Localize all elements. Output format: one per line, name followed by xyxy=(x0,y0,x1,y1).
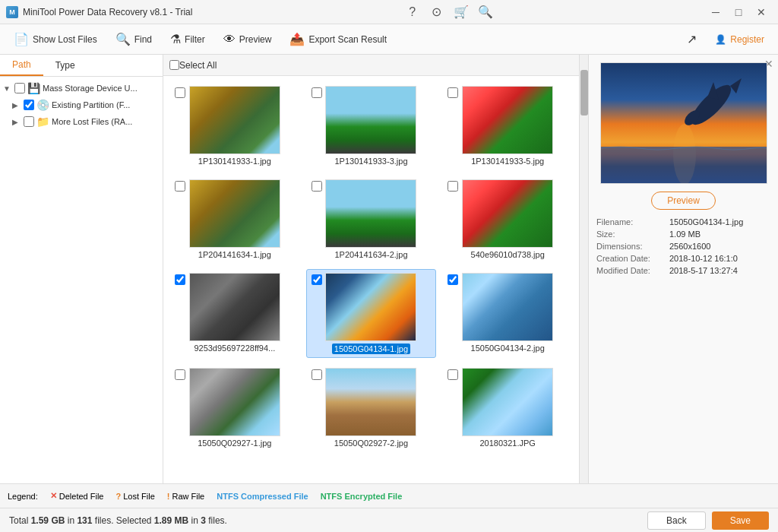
file-name-4: 1P204141634-2.jpg xyxy=(334,250,407,259)
file-thumbnail-6 xyxy=(189,273,280,341)
tree-label-existing-partition: Existing Partition (F... xyxy=(52,100,130,109)
info-row-size: Size: 1.09 MB xyxy=(596,230,770,239)
tree-label-more-lost: More Lost Files (RA... xyxy=(52,117,132,126)
left-panel: Path Type ▼ 💾 Mass Storage Device U... ▶… xyxy=(0,55,163,483)
tree-checkbox-more-lost[interactable] xyxy=(24,116,34,127)
file-name-11: 20180321.JPG xyxy=(479,439,535,448)
file-item-5[interactable]: 540e96010d738.jpg xyxy=(442,176,573,263)
file-checkbox-11[interactable] xyxy=(448,369,458,380)
scroll-thumb[interactable] xyxy=(580,70,588,116)
file-thumbnail-4 xyxy=(325,179,416,248)
size-label: Size: xyxy=(596,230,665,239)
search-icon[interactable]: 🔍 xyxy=(476,3,495,21)
file-checkbox-5[interactable] xyxy=(448,181,458,192)
file-checkbox-0[interactable] xyxy=(175,87,185,98)
tab-type[interactable]: Type xyxy=(43,55,87,76)
file-name-1: 1P130141933-3.jpg xyxy=(334,157,407,166)
file-thumbnail-1 xyxy=(325,86,416,154)
tab-bar: Path Type xyxy=(0,55,163,77)
help-icon[interactable]: ? xyxy=(403,3,422,21)
dimensions-value: 2560x1600 xyxy=(669,242,770,251)
preview-button[interactable]: Preview xyxy=(651,192,716,210)
support-icon[interactable]: ⊙ xyxy=(428,3,446,21)
info-row-modified: Modified Date: 2018-5-17 13:27:4 xyxy=(596,266,770,275)
file-checkbox-9[interactable] xyxy=(175,369,185,380)
share-button[interactable]: ↗ xyxy=(679,29,704,49)
legend-label: Legend: xyxy=(8,492,38,501)
file-checkbox-6[interactable] xyxy=(175,274,185,285)
register-icon: 👤 xyxy=(715,34,726,45)
file-name-5: 540e96010d738.jpg xyxy=(471,250,545,259)
legend-raw-icon: ! xyxy=(167,492,170,501)
footer-selected-size: 1.89 MB xyxy=(154,515,188,526)
tree-checkbox-existing-partition[interactable] xyxy=(24,100,34,110)
export-scan-result-button[interactable]: 📤 Export Scan Result xyxy=(282,29,394,49)
file-checkbox-3[interactable] xyxy=(175,181,185,192)
legend-deleted: ✕ Deleted File xyxy=(50,491,104,501)
file-checkbox-8[interactable] xyxy=(448,274,458,285)
minimize-button[interactable]: ─ xyxy=(705,2,726,23)
file-item-9[interactable]: 15050Q02927-1.jpg xyxy=(169,364,300,451)
save-button[interactable]: Save xyxy=(712,511,769,530)
file-thumbnail-9 xyxy=(189,368,280,436)
file-item-11[interactable]: 20180321.JPG xyxy=(442,364,573,451)
file-name-9: 15050Q02927-1.jpg xyxy=(198,439,271,448)
export-icon: 📤 xyxy=(289,32,305,46)
toolbar: 📄 Show Lost Files 🔍 Find ⚗ Filter 👁 Prev… xyxy=(0,24,778,55)
find-button[interactable]: 🔍 Find xyxy=(108,29,160,49)
preview-toolbar-button[interactable]: 👁 Preview xyxy=(216,30,280,49)
show-lost-files-icon: 📄 xyxy=(14,32,29,46)
tree-item-more-lost-files[interactable]: ▶ 📁 More Lost Files (RA... xyxy=(0,113,163,130)
title-bar-right: ? ⊙ 🛒 🔍 xyxy=(403,3,495,21)
title-bar: M MiniTool Power Data Recovery v8.1 - Tr… xyxy=(0,0,778,24)
file-item-2[interactable]: 1P130141933-5.jpg xyxy=(442,82,573,169)
scrollbar-vertical[interactable] xyxy=(579,55,588,483)
app-title: MiniTool Power Data Recovery v8.1 - Tria… xyxy=(23,7,192,17)
footer-total-in: in xyxy=(68,515,77,526)
file-item-3[interactable]: 1P204141634-1.jpg xyxy=(169,176,300,263)
file-item-7[interactable]: 15050G04134-1.jpg xyxy=(306,269,437,358)
file-item-6[interactable]: 9253d95697228ff94... xyxy=(169,269,300,358)
file-item-1[interactable]: 1P130141933-3.jpg xyxy=(306,82,437,169)
file-item-0[interactable]: 1P130141933-1.jpg xyxy=(169,82,300,169)
file-item-4[interactable]: 1P204141634-2.jpg xyxy=(306,176,437,263)
select-all-button[interactable]: Select All xyxy=(179,60,217,71)
file-grid: 1P130141933-1.jpg 1P130141933-3.jpg 1P13… xyxy=(163,76,579,483)
preview-svg xyxy=(601,63,767,184)
back-button[interactable]: Back xyxy=(647,511,706,530)
cart-icon[interactable]: 🛒 xyxy=(452,3,470,21)
find-icon: 🔍 xyxy=(115,32,131,46)
tree-area: ▼ 💾 Mass Storage Device U... ▶ 💿 Existin… xyxy=(0,77,163,483)
tree-item-existing-partition[interactable]: ▶ 💿 Existing Partition (F... xyxy=(0,97,163,113)
footer-selected-files: 3 xyxy=(201,515,206,526)
file-checkbox-1[interactable] xyxy=(312,87,322,98)
select-all-label: Select All xyxy=(179,60,217,71)
filter-button[interactable]: ⚗ Filter xyxy=(163,29,213,49)
file-item-10[interactable]: 15050Q02927-2.jpg xyxy=(306,364,437,451)
register-button[interactable]: 👤 Register xyxy=(707,31,772,48)
file-name-6: 9253d95697228ff94... xyxy=(194,344,275,353)
file-checkbox-7[interactable] xyxy=(312,274,322,285)
expand-icon: ▼ xyxy=(3,84,12,93)
preview-label: Preview xyxy=(239,34,272,45)
footer-selected-in: in xyxy=(191,515,201,526)
main-content: Path Type ▼ 💾 Mass Storage Device U... ▶… xyxy=(0,55,778,483)
close-button[interactable]: ✕ xyxy=(751,2,772,23)
file-checkbox-2[interactable] xyxy=(448,87,458,98)
legend-ntfs-c: NTFS Compressed File xyxy=(217,492,308,501)
tab-path[interactable]: Path xyxy=(0,55,43,76)
file-item-8[interactable]: 15050G04134-2.jpg xyxy=(442,269,573,358)
footer-total-size: 1.59 GB xyxy=(31,515,65,526)
show-lost-files-button[interactable]: 📄 Show Lost Files xyxy=(6,29,105,49)
tree-checkbox-mass-storage[interactable] xyxy=(14,83,25,93)
file-thumbnail-2 xyxy=(462,86,553,154)
select-all-checkbox[interactable] xyxy=(169,60,179,70)
maximize-button[interactable]: □ xyxy=(728,2,749,23)
expand-icon-3: ▶ xyxy=(12,118,21,126)
legend-lost-label: Lost File xyxy=(123,492,155,501)
expand-icon-2: ▶ xyxy=(12,101,21,109)
file-checkbox-4[interactable] xyxy=(312,181,322,192)
file-checkbox-10[interactable] xyxy=(312,369,322,380)
file-info: Filename: 15050G04134-1.jpg Size: 1.09 M… xyxy=(596,217,770,278)
tree-item-mass-storage[interactable]: ▼ 💾 Mass Storage Device U... xyxy=(0,80,163,97)
